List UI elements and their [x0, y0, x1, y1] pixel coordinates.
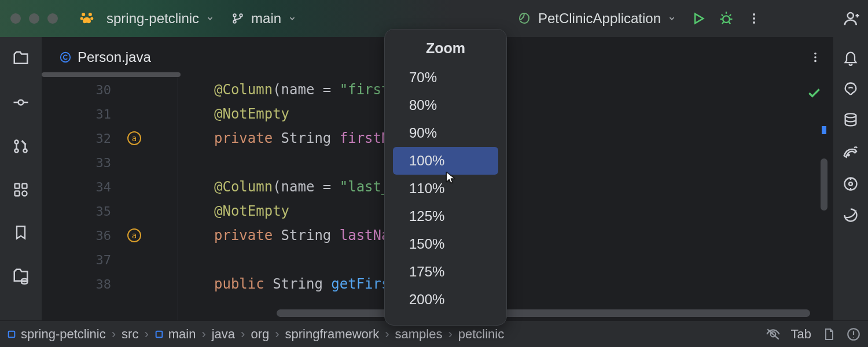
breadcrumb-label: java	[212, 327, 235, 342]
svg-point-24	[814, 60, 816, 62]
breadcrumb-item[interactable]: petclinic	[458, 327, 504, 342]
spring-tool-icon[interactable]	[843, 207, 859, 223]
notifications-tool-icon[interactable]	[843, 50, 859, 66]
breadcrumb-label: petclinic	[458, 327, 504, 342]
problems-icon[interactable]	[846, 327, 861, 342]
reader-mode-icon[interactable]	[766, 327, 781, 342]
svg-rect-17	[22, 184, 27, 189]
file-type-icon[interactable]	[822, 327, 836, 341]
class-icon	[59, 51, 72, 64]
tab-scrollbar[interactable]	[42, 72, 181, 77]
line-number: 38	[42, 277, 123, 291]
sync-tool-icon[interactable]	[843, 176, 859, 192]
line-number: 31	[42, 107, 123, 121]
gutter-row: 34	[42, 175, 178, 199]
author-mark-icon[interactable]: a	[127, 131, 141, 145]
project-selector[interactable]: spring-petclinic	[101, 7, 220, 30]
left-tool-rail	[0, 37, 42, 320]
breadcrumb-item[interactable]: src	[122, 327, 138, 342]
run-button[interactable]	[687, 8, 709, 29]
gutter-row: 30	[42, 77, 178, 102]
editor-tab-options[interactable]	[809, 51, 822, 64]
zoom-option[interactable]: 125%	[393, 202, 498, 230]
leaf-icon	[517, 12, 531, 25]
bookmarks-tool-icon[interactable]	[13, 224, 29, 241]
breadcrumb-item[interactable]: spring-petclinic	[7, 327, 106, 342]
breadcrumb-item[interactable]: springframework	[285, 327, 380, 342]
zoom-option[interactable]: 175%	[393, 258, 498, 286]
svg-point-5	[240, 14, 242, 17]
chevron-down-icon	[288, 14, 296, 23]
gutter-row: 33	[42, 150, 178, 175]
vertical-scrollbar[interactable]	[821, 158, 827, 211]
ai-tool-icon[interactable]	[843, 81, 859, 97]
gutter-row: 35	[42, 199, 178, 223]
gradle-tool-icon[interactable]	[842, 143, 859, 161]
svg-point-8	[753, 13, 755, 16]
pull-request-tool-icon[interactable]	[12, 138, 30, 155]
svg-point-4	[233, 14, 236, 17]
chevron-down-icon	[668, 14, 676, 23]
line-number: 34	[42, 180, 123, 194]
svg-rect-29	[9, 331, 15, 337]
svg-point-10	[753, 21, 755, 24]
svg-rect-18	[15, 191, 20, 195]
commit-tool-icon[interactable]	[12, 94, 30, 111]
breadcrumb-label: spring-petclinic	[21, 327, 106, 342]
run-config-selector[interactable]: PetClinicApplication	[512, 7, 682, 30]
breadcrumb-item[interactable]: samples	[395, 327, 442, 342]
gutter-row: 32a	[42, 126, 178, 150]
debug-button[interactable]	[715, 8, 737, 29]
breadcrumb-item[interactable]: main	[155, 327, 196, 342]
breadcrumb-item[interactable]: java	[212, 327, 235, 342]
breadcrumb-label: samples	[395, 327, 442, 342]
module-icon	[155, 330, 164, 339]
close-window-icon[interactable]	[10, 13, 21, 24]
branch-selector[interactable]: main	[226, 7, 302, 30]
tab-filename: Person.java	[78, 49, 151, 65]
status-bar-right: Tab	[766, 327, 861, 342]
gutter-row: 38	[42, 272, 178, 296]
svg-point-2	[80, 17, 83, 20]
breadcrumb-item[interactable]: org	[251, 327, 269, 342]
breadcrumb-label: org	[251, 327, 269, 342]
svg-point-15	[23, 149, 27, 152]
window-controls	[10, 13, 58, 24]
svg-point-22	[814, 53, 816, 55]
minimize-window-icon[interactable]	[29, 13, 39, 24]
breadcrumb-label: springframework	[285, 327, 380, 342]
author-mark-icon[interactable]: a	[127, 228, 141, 242]
horizontal-scrollbar[interactable]	[277, 309, 810, 317]
branch-name: main	[251, 10, 281, 27]
zoom-popup-title: Zoom	[385, 36, 506, 64]
persistence-tool-icon[interactable]	[12, 267, 30, 285]
svg-point-6	[233, 20, 236, 23]
collab-icon[interactable]	[840, 8, 862, 29]
maximize-window-icon[interactable]	[47, 13, 58, 24]
gutter-row: 36a	[42, 223, 178, 248]
zoom-option[interactable]: 80%	[393, 91, 498, 119]
database-tool-icon[interactable]	[843, 112, 859, 128]
editor-tab[interactable]: Person.java	[52, 45, 158, 70]
gutter-mark: a	[123, 131, 146, 145]
zoom-option[interactable]: 100%	[393, 147, 498, 175]
inspections-ok-icon[interactable]	[807, 86, 822, 101]
gutter-row: 37	[42, 248, 178, 272]
svg-point-28	[849, 182, 852, 186]
indent-label[interactable]: Tab	[791, 327, 811, 342]
structure-tool-icon[interactable]	[13, 182, 29, 198]
project-tool-icon[interactable]	[12, 50, 30, 67]
svg-point-13	[14, 140, 18, 143]
zoom-option[interactable]: 90%	[393, 119, 498, 147]
svg-point-26	[848, 154, 849, 156]
zoom-option[interactable]: 200%	[393, 286, 498, 313]
more-actions-button[interactable]	[743, 8, 765, 29]
breadcrumb-separator-icon: ›	[385, 327, 389, 342]
gutter-mark: a	[123, 228, 146, 242]
error-stripe-mark[interactable]	[822, 126, 826, 134]
svg-rect-30	[156, 331, 162, 337]
zoom-option[interactable]: 150%	[393, 230, 498, 258]
zoom-option[interactable]: 70%	[393, 64, 498, 91]
svg-point-23	[814, 56, 816, 58]
mouse-cursor-icon	[444, 171, 457, 184]
